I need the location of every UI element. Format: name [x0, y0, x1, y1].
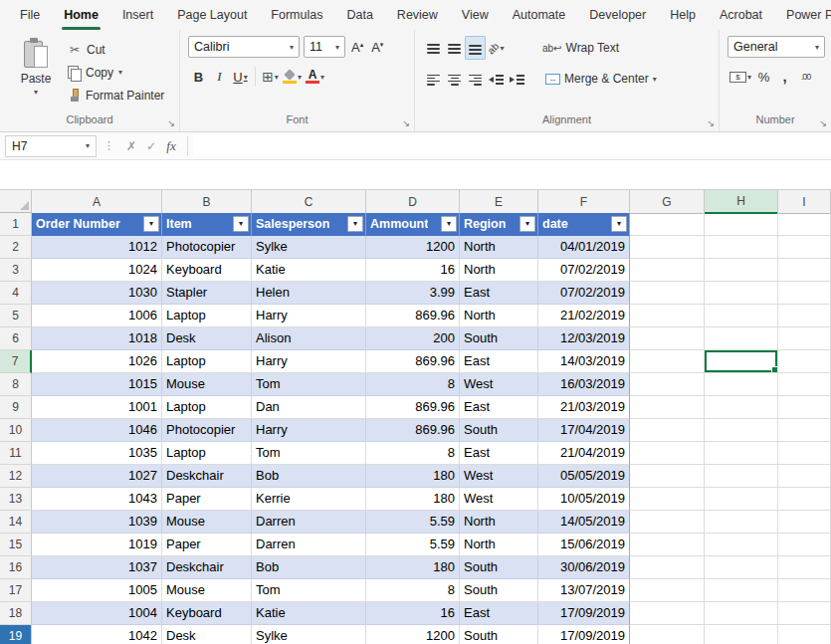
font-size-dropdown-icon[interactable]: ▾ — [335, 43, 339, 52]
row-header-11[interactable]: 11 — [0, 442, 32, 465]
filter-button-date[interactable]: ▾ — [611, 216, 627, 232]
cell-F3[interactable]: 07/02/2019 — [538, 259, 630, 282]
formula-input[interactable] — [194, 135, 831, 157]
comma-style-button[interactable]: , — [774, 65, 795, 89]
cell-D7[interactable]: 869.96 — [366, 350, 460, 373]
cell-I9[interactable] — [778, 396, 831, 419]
decrease-font-size-button[interactable]: A▾ — [369, 40, 385, 55]
number-format-dropdown-icon[interactable]: ▾ — [815, 43, 819, 52]
cell-F8[interactable]: 16/03/2019 — [538, 373, 630, 396]
cell-C11[interactable]: Tom — [252, 442, 366, 465]
bottom-align-button[interactable] — [465, 36, 486, 60]
cell-C9[interactable]: Dan — [252, 396, 366, 419]
increase-indent-button[interactable] — [507, 67, 527, 91]
underline-button[interactable]: U▾ — [230, 65, 251, 89]
cell-C8[interactable]: Tom — [252, 373, 366, 396]
cell-F7[interactable]: 14/03/2019 — [538, 350, 630, 373]
cell-G1[interactable] — [630, 213, 705, 236]
cell-I13[interactable] — [778, 488, 831, 511]
cell-B18[interactable]: Keyboard — [162, 602, 252, 625]
cell-B6[interactable]: Desk — [162, 327, 252, 350]
row-header-1[interactable]: 1 — [0, 213, 32, 236]
cell-G16[interactable] — [630, 556, 705, 579]
row-header-14[interactable]: 14 — [0, 511, 32, 534]
row-header-10[interactable]: 10 — [0, 419, 32, 442]
row-header-4[interactable]: 4 — [0, 282, 32, 305]
cell-H3[interactable] — [705, 259, 778, 282]
cell-F19[interactable]: 17/09/2019 — [538, 625, 630, 644]
cell-E12[interactable]: West — [460, 465, 538, 488]
column-header-A[interactable]: A — [32, 190, 162, 214]
cell-D19[interactable]: 1200 — [366, 625, 460, 644]
cell-G15[interactable] — [630, 534, 705, 556]
cell-B12[interactable]: Deskchair — [162, 465, 252, 488]
filter-button-region[interactable]: ▾ — [519, 216, 535, 232]
select-all-corner[interactable] — [0, 190, 32, 213]
cell-C10[interactable]: Harry — [252, 419, 366, 442]
cell-H7[interactable] — [705, 350, 778, 373]
column-header-I[interactable]: I — [778, 190, 831, 214]
cell-F4[interactable]: 07/02/2019 — [538, 282, 630, 305]
cell-C18[interactable]: Katie — [252, 602, 366, 625]
cell-B13[interactable]: Paper — [162, 488, 252, 511]
cell-G9[interactable] — [630, 396, 705, 419]
cell-C7[interactable]: Harry — [252, 350, 366, 373]
cell-B9[interactable]: Laptop — [162, 396, 252, 419]
cell-I19[interactable] — [778, 625, 831, 644]
cell-F13[interactable]: 10/05/2019 — [538, 488, 630, 511]
cell-G4[interactable] — [630, 282, 705, 305]
cell-G18[interactable] — [630, 602, 705, 625]
clipboard-dialog-launcher-icon[interactable]: ↘ — [167, 118, 175, 128]
row-header-2[interactable]: 2 — [0, 236, 32, 259]
cell-B10[interactable]: Photocopier — [162, 419, 252, 442]
cell-I15[interactable] — [778, 534, 831, 556]
cell-C4[interactable]: Helen — [252, 282, 366, 305]
wrap-text-button[interactable]: ab↩ Wrap Text — [538, 36, 623, 60]
cell-D3[interactable]: 16 — [366, 259, 460, 282]
cell-D14[interactable]: 5.59 — [366, 511, 460, 534]
cell-H15[interactable] — [705, 534, 778, 556]
cell-I14[interactable] — [778, 511, 831, 534]
enter-button[interactable]: ✓ — [141, 139, 161, 153]
cell-A1[interactable]: Order Number▾ — [32, 213, 162, 236]
row-header-13[interactable]: 13 — [0, 488, 32, 511]
percent-style-button[interactable]: % — [753, 65, 774, 89]
cell-D11[interactable]: 8 — [366, 442, 460, 465]
tab-view[interactable]: View — [450, 0, 501, 30]
cell-D10[interactable]: 869.96 — [366, 419, 460, 442]
filter-button-salesperson[interactable]: ▾ — [347, 216, 363, 232]
cell-A4[interactable]: 1030 — [32, 282, 162, 305]
cell-E19[interactable]: South — [460, 625, 538, 644]
cell-B8[interactable]: Mouse — [162, 373, 252, 396]
tab-file[interactable]: File — [8, 0, 52, 30]
cell-F14[interactable]: 14/05/2019 — [538, 511, 630, 534]
align-center-button[interactable] — [444, 67, 465, 91]
cell-F9[interactable]: 21/03/2019 — [538, 396, 630, 419]
column-header-F[interactable]: F — [538, 190, 630, 214]
cell-I7[interactable] — [778, 350, 831, 373]
cell-C12[interactable]: Bob — [252, 465, 366, 488]
row-header-12[interactable]: 12 — [0, 465, 32, 488]
row-header-9[interactable]: 9 — [0, 396, 32, 419]
cell-A14[interactable]: 1039 — [32, 511, 162, 534]
accounting-format-button[interactable]: $▾ — [727, 65, 753, 89]
cell-E4[interactable]: East — [460, 282, 538, 305]
cell-A11[interactable]: 1035 — [32, 442, 162, 465]
cell-E15[interactable]: North — [460, 534, 538, 556]
cell-A9[interactable]: 1001 — [32, 396, 162, 419]
cell-A12[interactable]: 1027 — [32, 465, 162, 488]
cell-D9[interactable]: 869.96 — [366, 396, 460, 419]
cell-E7[interactable]: East — [460, 350, 538, 373]
tab-formulas[interactable]: Formulas — [259, 0, 334, 30]
cell-A17[interactable]: 1005 — [32, 579, 162, 602]
cell-A8[interactable]: 1015 — [32, 373, 162, 396]
tab-home[interactable]: Home — [52, 0, 110, 30]
cell-F11[interactable]: 21/04/2019 — [538, 442, 630, 465]
cancel-button[interactable]: ✗ — [121, 139, 141, 153]
row-header-7[interactable]: 7 — [0, 350, 32, 373]
filter-button-item[interactable]: ▾ — [233, 216, 249, 232]
cell-H14[interactable] — [705, 511, 778, 534]
cell-G10[interactable] — [630, 419, 705, 442]
name-box[interactable]: H7 ▾ — [5, 135, 97, 157]
cell-F18[interactable]: 17/09/2019 — [538, 602, 630, 625]
